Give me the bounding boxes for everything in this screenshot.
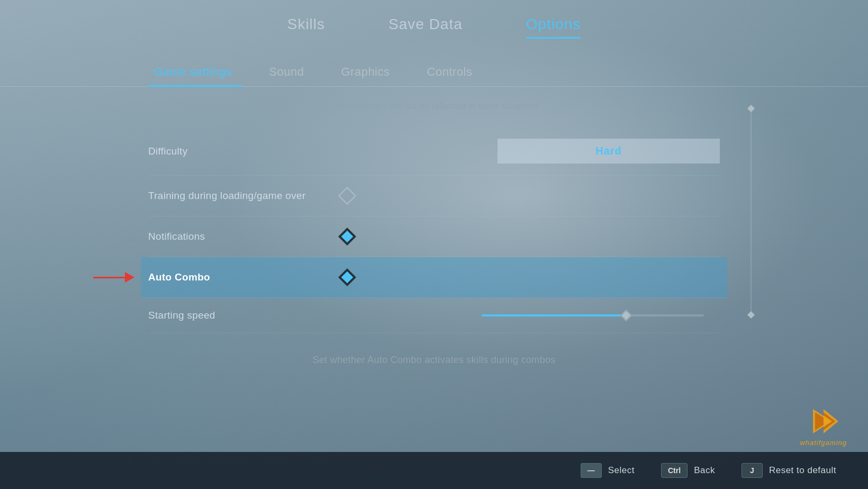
setting-row-notifications[interactable]: Notifications (148, 216, 720, 257)
setting-row-starting-speed[interactable]: Starting speed (148, 298, 720, 333)
action-reset: J Reset to default (742, 463, 836, 478)
settings-area: Difficulty Hard Training during loading/… (148, 127, 720, 333)
slider-track (482, 314, 704, 316)
setting-label-training: Training during loading/game over (148, 190, 328, 202)
select-key-badge: — (581, 463, 602, 478)
tab-skills[interactable]: Skills (287, 16, 325, 39)
setting-label-starting-speed: Starting speed (148, 310, 328, 321)
tab-options[interactable]: Options (526, 16, 581, 39)
logo-text: whatifgaming (800, 439, 847, 447)
reset-key-badge: J (742, 463, 763, 478)
setting-label-difficulty: Difficulty (148, 146, 328, 157)
tab-sound[interactable]: Sound (264, 60, 336, 86)
tab-save-data[interactable]: Save Data (388, 16, 463, 39)
tab-controls[interactable]: Controls (422, 60, 504, 86)
logo-area: whatifgaming (800, 408, 847, 447)
tab-game-settings[interactable]: Game settings (148, 60, 264, 86)
arrow-head (125, 272, 134, 283)
warning-text: Some changes will not be reflected in so… (0, 102, 868, 111)
diamond-empty-icon (338, 187, 356, 205)
speed-slider[interactable] (482, 314, 720, 316)
back-action-label: Back (694, 465, 715, 476)
diamond-filled-icon (338, 228, 356, 246)
bottom-bar: — Select Ctrl Back J Reset to default (0, 452, 868, 489)
arrow-line (93, 277, 125, 278)
setting-row-training[interactable]: Training during loading/game over (148, 176, 720, 216)
notifications-checkbox[interactable] (339, 228, 356, 245)
difficulty-value[interactable]: Hard (498, 139, 720, 164)
action-select: — Select (581, 463, 635, 478)
sub-nav: Game settings Sound Graphics Controls (0, 60, 868, 87)
tab-graphics[interactable]: Graphics (336, 60, 421, 86)
setting-label-auto-combo: Auto Combo (148, 271, 328, 283)
scrollbar-track[interactable] (751, 106, 752, 318)
slider-fill (482, 314, 626, 316)
scrollbar-thumb-bottom (747, 311, 755, 319)
top-nav: Skills Save Data Options (0, 0, 868, 44)
action-back: Ctrl Back (661, 463, 715, 478)
setting-row-auto-combo[interactable]: Auto Combo (141, 257, 727, 298)
training-checkbox[interactable] (339, 187, 356, 204)
whatifgaming-logo-icon (808, 408, 839, 434)
auto-combo-diamond-icon (338, 268, 356, 286)
setting-label-notifications: Notifications (148, 231, 328, 242)
slider-thumb[interactable] (620, 310, 632, 322)
back-key-badge: Ctrl (661, 463, 688, 478)
arrow-indicator (93, 272, 134, 283)
select-action-label: Select (608, 465, 635, 476)
setting-description: Set whether Auto Combo activates skills … (0, 355, 868, 366)
setting-row-difficulty[interactable]: Difficulty Hard (148, 127, 720, 176)
auto-combo-checkbox[interactable] (339, 269, 356, 286)
reset-action-label: Reset to default (769, 465, 836, 476)
